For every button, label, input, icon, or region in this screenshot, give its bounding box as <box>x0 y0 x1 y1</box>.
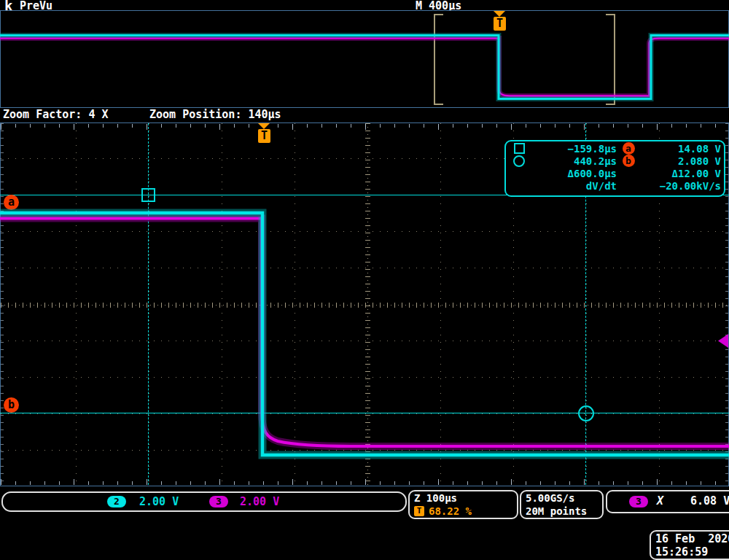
cursor-b-label-badge: b <box>623 155 635 167</box>
channel-3-badge[interactable]: 3 <box>209 496 228 508</box>
cursor-slope-value: −20.00kV/s <box>640 180 721 192</box>
gridline-h3 <box>1 231 728 232</box>
top-edge-major-ticks <box>1 124 728 130</box>
cursor-a-badge: a <box>4 195 19 210</box>
trigger-source-badge: 3 <box>629 496 648 508</box>
channel-2-badge[interactable]: 2 <box>107 496 126 508</box>
cursor-readout-box: −159.8µs a 14.08 V 440.2µs b 2.080 V Δ60… <box>504 140 725 197</box>
zoom-scale-readout: Z 100µs <box>414 492 457 504</box>
cursor-delta-voltage: Δ12.00 V <box>640 168 721 179</box>
cursor-b-marker[interactable] <box>578 405 594 421</box>
trigger-position-icon: T <box>414 506 424 516</box>
overview-trigger-flag-icon[interactable]: T <box>494 17 506 31</box>
trigger-readout-box[interactable]: 3 X 6.08 V <box>606 490 729 513</box>
cursor-b-horizontal-line[interactable] <box>0 413 729 413</box>
gridline-h4 <box>1 268 728 268</box>
trigger-level-readout: 6.08 V <box>690 494 729 508</box>
zoom-trigger-flag-icon[interactable]: T <box>258 129 270 143</box>
date-readout: 16 Feb 2020 <box>655 532 729 545</box>
datetime-box: 16 Feb 2020 15:26:59 <box>650 530 729 560</box>
cursor-a-time: −159.8µs <box>532 143 617 155</box>
channel-readout-box[interactable]: 2 2.00 V 3 2.00 V <box>1 491 407 512</box>
acquisition-box[interactable]: 5.00GS/s 20M points <box>520 490 604 519</box>
sample-rate-readout: 5.00GS/s <box>526 492 574 504</box>
cursor-slope-label: dV/dt <box>532 180 617 192</box>
cursor-a-label-badge: a <box>623 142 635 155</box>
overview-window <box>0 10 729 108</box>
cursor-a-vertical-line[interactable] <box>148 123 149 485</box>
cursor-a-voltage: 14.08 V <box>640 143 721 155</box>
cursor-b-time: 440.2µs <box>532 155 617 167</box>
left-edge-ticks <box>1 123 4 486</box>
gridline-h6 <box>1 341 728 341</box>
cursor-a-icon <box>506 143 532 154</box>
cursor-b-icon <box>506 155 532 167</box>
trigger-position-value: 68.22 % <box>429 505 472 517</box>
cursor-delta-time: Δ600.0µs <box>532 168 617 179</box>
channel-2-scale[interactable]: 2.00 V <box>139 495 179 508</box>
bottom-edge-major-ticks <box>1 479 728 485</box>
oscilloscope-screen: k PreVu M 400µs Zoom Factor: 4 X Zoom Po… <box>0 0 729 560</box>
zoom-position-label: Zoom Position: 140µs <box>149 108 281 121</box>
zoom-trigger-arrow-icon[interactable] <box>258 123 270 129</box>
zoom-scale-box[interactable]: Z 100µs T 68.22 % <box>408 490 518 519</box>
record-length-readout: 20M points <box>526 505 587 517</box>
gridline-h8 <box>1 413 728 414</box>
channel-3-scale[interactable]: 2.00 V <box>240 495 279 508</box>
center-horizontal-axis <box>1 303 728 308</box>
zoom-factor-label: Zoom Factor: 4 X <box>3 108 109 121</box>
trigger-slope-icon: X <box>657 494 663 508</box>
gridline-h9 <box>1 450 728 451</box>
cursor-a-marker[interactable] <box>141 188 155 202</box>
right-edge-ticks <box>725 123 728 486</box>
overview-trigger-arrow-icon[interactable] <box>494 11 505 17</box>
cursor-b-voltage: 2.080 V <box>640 155 721 167</box>
gridline-h7 <box>1 377 728 378</box>
time-readout: 15:26:59 <box>655 545 708 559</box>
cursor-b-badge: b <box>4 397 19 413</box>
